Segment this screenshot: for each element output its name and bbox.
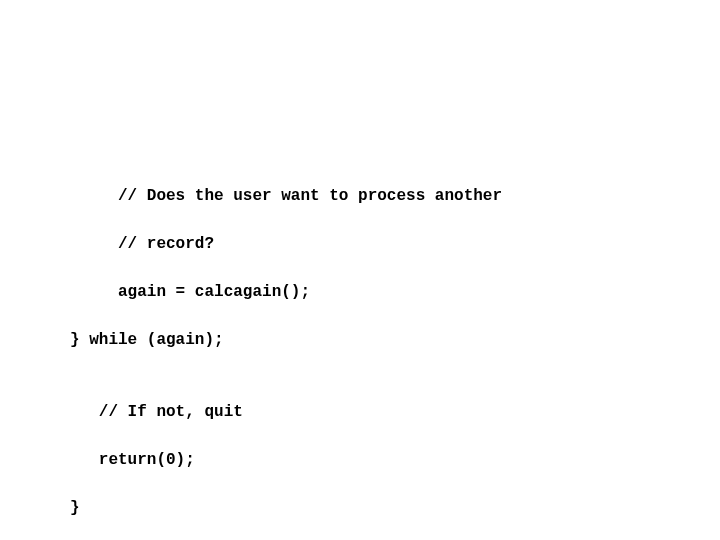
code-line: return(0);: [70, 448, 502, 472]
code-line: } while (again);: [70, 328, 502, 352]
code-snippet: // Does the user want to process another…: [70, 160, 502, 540]
code-line: // Does the user want to process another: [70, 184, 502, 208]
code-line: again = calcagain();: [70, 280, 502, 304]
code-line: // record?: [70, 232, 502, 256]
code-line: }: [70, 496, 502, 520]
code-line: // If not, quit: [70, 400, 502, 424]
